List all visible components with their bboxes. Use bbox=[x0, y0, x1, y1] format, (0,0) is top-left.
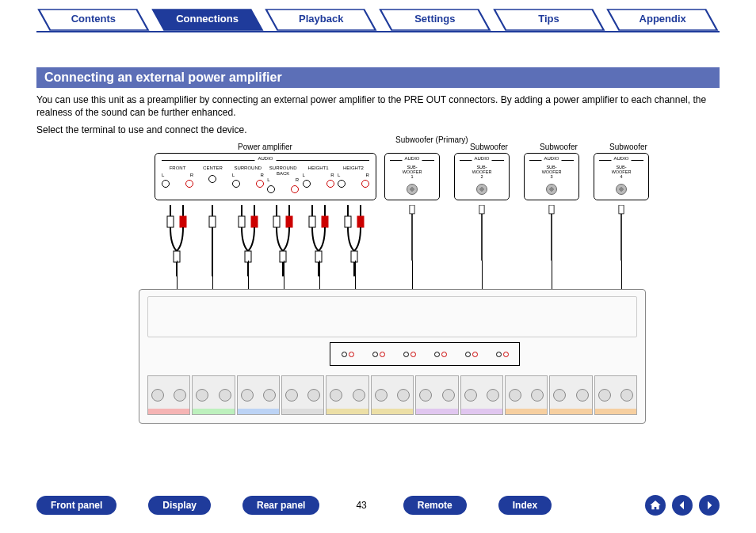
amp-channel: FRONT LR bbox=[162, 166, 193, 196]
tab-appendix[interactable]: Appendix bbox=[605, 8, 720, 32]
tab-label: Tips bbox=[538, 13, 559, 25]
svg-rect-13 bbox=[345, 216, 351, 227]
svg-rect-5 bbox=[251, 216, 258, 227]
svg-rect-0 bbox=[167, 216, 174, 227]
subwoofer-label: Subwoofer bbox=[470, 143, 508, 151]
tab-label: Playback bbox=[299, 13, 343, 25]
power-amp-label: Power amplifier bbox=[238, 143, 292, 151]
power-amp-box: AUDIO FRONT LR CENTER SURROUND LR SURROU… bbox=[155, 153, 376, 200]
tab-settings[interactable]: Settings bbox=[378, 8, 492, 32]
tab-playback[interactable]: Playback bbox=[264, 8, 378, 32]
amp-y-cables bbox=[161, 205, 370, 261]
svg-rect-1 bbox=[180, 216, 186, 227]
svg-rect-18 bbox=[549, 205, 554, 214]
connection-diagram: Power amplifier Subwoofer (Primary) Subw… bbox=[139, 131, 646, 440]
tab-connections[interactable]: Connections bbox=[151, 8, 265, 32]
remote-button[interactable]: Remote bbox=[403, 496, 467, 515]
svg-rect-14 bbox=[357, 216, 364, 227]
speaker-terminals bbox=[147, 375, 637, 415]
sub-cable bbox=[407, 205, 418, 261]
page-number: 43 bbox=[356, 500, 366, 511]
subwoofer-box: AUDIO SUB-WOOFER4 bbox=[594, 153, 649, 200]
sub-cable bbox=[616, 205, 627, 261]
amp-channel: CENTER bbox=[197, 166, 228, 196]
sub-cable bbox=[476, 205, 487, 261]
tab-label: Settings bbox=[414, 13, 455, 25]
home-icon[interactable] bbox=[645, 495, 666, 516]
front-panel-button[interactable]: Front panel bbox=[36, 496, 116, 515]
svg-rect-17 bbox=[479, 205, 484, 214]
preout-block bbox=[330, 342, 520, 366]
svg-rect-15 bbox=[351, 251, 357, 262]
subwoofer-label: Subwoofer bbox=[540, 143, 578, 151]
svg-rect-19 bbox=[619, 205, 624, 214]
svg-rect-16 bbox=[410, 205, 414, 214]
svg-rect-4 bbox=[239, 216, 245, 227]
svg-rect-10 bbox=[309, 216, 315, 227]
tab-label: Connections bbox=[176, 13, 239, 25]
audio-label: AUDIO bbox=[254, 156, 276, 161]
sub-cable bbox=[546, 205, 557, 261]
svg-rect-8 bbox=[286, 216, 292, 227]
svg-rect-7 bbox=[273, 216, 280, 227]
tab-label: Contents bbox=[71, 13, 116, 25]
subwoofer-label: Subwoofer bbox=[609, 143, 647, 151]
amp-channel: SURROUND LR bbox=[232, 166, 264, 196]
body-paragraph: You can use this unit as a preamplifier … bbox=[36, 93, 720, 119]
next-page-icon[interactable] bbox=[699, 495, 720, 516]
svg-rect-3 bbox=[209, 216, 216, 227]
amp-channel: SURROUND BACK LR bbox=[267, 166, 299, 196]
subwoofer-box: AUDIO SUB-WOOFER2 bbox=[454, 153, 510, 200]
subwoofer-label: Subwoofer (Primary) bbox=[395, 135, 468, 144]
tab-tips[interactable]: Tips bbox=[492, 8, 606, 32]
svg-rect-11 bbox=[322, 216, 328, 227]
amp-channel: HEIGHT2 LR bbox=[338, 166, 369, 196]
bottom-nav: Front panel Display Rear panel 43 Remote… bbox=[36, 493, 720, 517]
display-button[interactable]: Display bbox=[148, 496, 211, 515]
subwoofer-box: AUDIO SUB-WOOFER1 bbox=[384, 153, 440, 200]
tab-underline bbox=[36, 31, 720, 32]
receiver-rear-panel bbox=[139, 289, 646, 424]
section-heading: Connecting an external power amplifier bbox=[36, 67, 720, 88]
rear-panel-button[interactable]: Rear panel bbox=[242, 496, 319, 515]
tab-label: Appendix bbox=[640, 13, 686, 25]
top-tabs: Contents Connections Playback Settings T… bbox=[36, 8, 720, 32]
tab-contents[interactable]: Contents bbox=[36, 8, 151, 32]
subwoofer-box: AUDIO SUB-WOOFER3 bbox=[524, 153, 579, 200]
amp-channel: HEIGHT1 LR bbox=[303, 166, 334, 196]
prev-page-icon[interactable] bbox=[672, 495, 693, 516]
index-button[interactable]: Index bbox=[498, 496, 552, 515]
